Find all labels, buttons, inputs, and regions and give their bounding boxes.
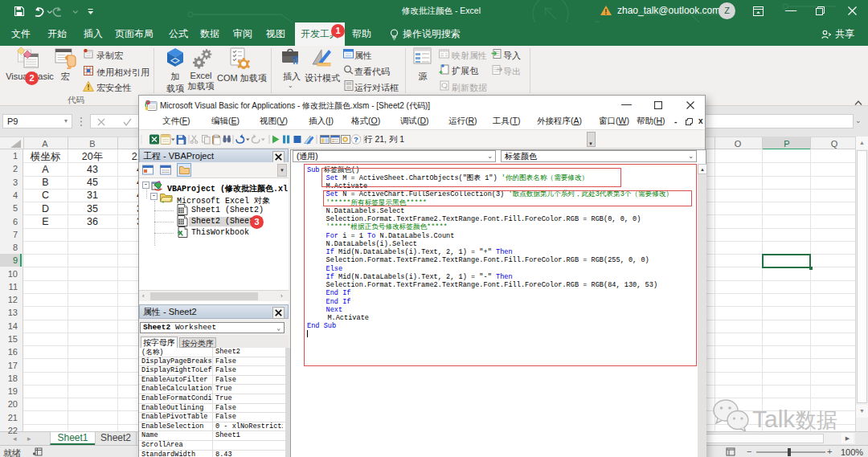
svg-text:数据: 数据 — [796, 408, 837, 432]
svg-text:?: ? — [354, 135, 358, 144]
svg-text:Talk: Talk — [752, 406, 796, 432]
